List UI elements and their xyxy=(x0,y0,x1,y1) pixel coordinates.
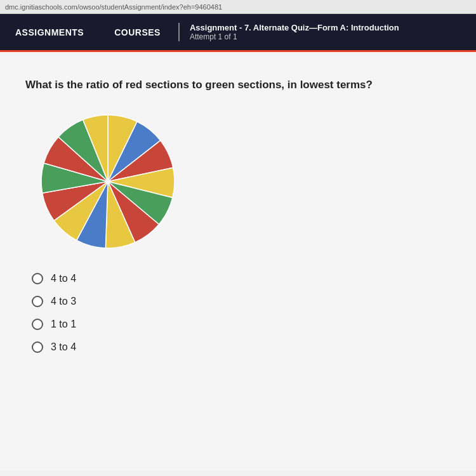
answer-option-4[interactable]: 3 to 4 xyxy=(32,341,451,353)
nav-bar: ASSIGNMENTS COURSES Assignment - 7. Alte… xyxy=(0,14,476,52)
assignments-nav-link[interactable]: ASSIGNMENTS xyxy=(0,14,99,50)
option-label-3: 1 to 1 xyxy=(51,319,76,330)
radio-3[interactable] xyxy=(32,319,43,330)
main-content: What is the ratio of red sections to gre… xyxy=(0,52,476,471)
radio-1[interactable] xyxy=(32,273,43,284)
assignment-info: Assignment - 7. Alternate Quiz—Form A: I… xyxy=(178,23,409,41)
radio-4[interactable] xyxy=(32,341,43,353)
assignment-attempt: Attempt 1 of 1 xyxy=(190,32,399,41)
answer-options: 4 to 44 to 31 to 13 to 4 xyxy=(32,273,451,353)
answer-option-1[interactable]: 4 to 4 xyxy=(32,273,451,284)
radio-2[interactable] xyxy=(32,296,43,307)
option-label-2: 4 to 3 xyxy=(51,296,76,307)
address-bar: dmc.ignitiaschools.com/owsoo/studentAssi… xyxy=(0,0,476,14)
pie-chart xyxy=(38,112,178,251)
pie-chart-container xyxy=(38,112,451,254)
answer-option-3[interactable]: 1 to 1 xyxy=(32,319,451,330)
nav-links: ASSIGNMENTS COURSES Assignment - 7. Alte… xyxy=(0,14,409,50)
assignment-title: Assignment - 7. Alternate Quiz—Form A: I… xyxy=(190,23,399,32)
url-text: dmc.ignitiaschools.com/owsoo/studentAssi… xyxy=(5,3,222,11)
answer-option-2[interactable]: 4 to 3 xyxy=(32,296,451,307)
option-label-1: 4 to 4 xyxy=(51,273,76,284)
question-text: What is the ratio of red sections to gre… xyxy=(25,77,451,93)
option-label-4: 3 to 4 xyxy=(51,341,76,353)
courses-nav-link[interactable]: COURSES xyxy=(99,14,176,50)
